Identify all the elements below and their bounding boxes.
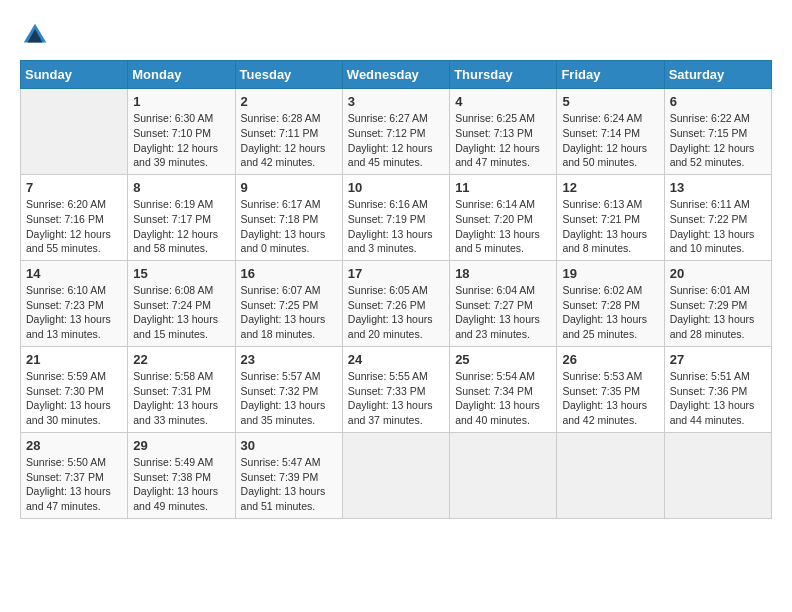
cell-sunset: Sunset: 7:31 PM [133,384,229,399]
cell-daylight: Daylight: 12 hours and 39 minutes. [133,141,229,170]
day-number: 5 [562,93,658,111]
day-number: 24 [348,351,444,369]
calendar-cell: 16Sunrise: 6:07 AMSunset: 7:25 PMDayligh… [235,260,342,346]
day-number: 4 [455,93,551,111]
calendar-cell: 27Sunrise: 5:51 AMSunset: 7:36 PMDayligh… [664,346,771,432]
cell-daylight: Daylight: 13 hours and 15 minutes. [133,312,229,341]
calendar-cell: 19Sunrise: 6:02 AMSunset: 7:28 PMDayligh… [557,260,664,346]
cell-sunset: Sunset: 7:10 PM [133,126,229,141]
cell-daylight: Daylight: 12 hours and 50 minutes. [562,141,658,170]
cell-sunset: Sunset: 7:27 PM [455,298,551,313]
day-number: 10 [348,179,444,197]
cell-sunrise: Sunrise: 6:24 AM [562,111,658,126]
calendar-cell: 9Sunrise: 6:17 AMSunset: 7:18 PMDaylight… [235,174,342,260]
cell-sunrise: Sunrise: 6:30 AM [133,111,229,126]
calendar-week: 14Sunrise: 6:10 AMSunset: 7:23 PMDayligh… [21,260,772,346]
cell-sunset: Sunset: 7:25 PM [241,298,337,313]
weekday-header: Thursday [450,61,557,89]
cell-sunset: Sunset: 7:12 PM [348,126,444,141]
calendar-cell: 12Sunrise: 6:13 AMSunset: 7:21 PMDayligh… [557,174,664,260]
cell-sunrise: Sunrise: 6:07 AM [241,283,337,298]
calendar-cell: 25Sunrise: 5:54 AMSunset: 7:34 PMDayligh… [450,346,557,432]
calendar-cell: 29Sunrise: 5:49 AMSunset: 7:38 PMDayligh… [128,432,235,518]
day-number: 29 [133,437,229,455]
day-number: 2 [241,93,337,111]
cell-sunset: Sunset: 7:13 PM [455,126,551,141]
cell-sunset: Sunset: 7:37 PM [26,470,122,485]
cell-sunset: Sunset: 7:20 PM [455,212,551,227]
day-number: 7 [26,179,122,197]
cell-sunrise: Sunrise: 5:47 AM [241,455,337,470]
cell-daylight: Daylight: 13 hours and 8 minutes. [562,227,658,256]
cell-daylight: Daylight: 13 hours and 5 minutes. [455,227,551,256]
cell-sunrise: Sunrise: 6:01 AM [670,283,766,298]
cell-daylight: Daylight: 13 hours and 10 minutes. [670,227,766,256]
calendar-cell [664,432,771,518]
logo-icon [20,20,50,50]
cell-sunrise: Sunrise: 5:55 AM [348,369,444,384]
day-number: 16 [241,265,337,283]
cell-daylight: Daylight: 13 hours and 28 minutes. [670,312,766,341]
page-header [20,20,772,50]
cell-daylight: Daylight: 13 hours and 13 minutes. [26,312,122,341]
weekday-row: SundayMondayTuesdayWednesdayThursdayFrid… [21,61,772,89]
cell-sunset: Sunset: 7:15 PM [670,126,766,141]
calendar-cell: 30Sunrise: 5:47 AMSunset: 7:39 PMDayligh… [235,432,342,518]
cell-daylight: Daylight: 13 hours and 42 minutes. [562,398,658,427]
day-number: 25 [455,351,551,369]
day-number: 30 [241,437,337,455]
calendar-cell: 14Sunrise: 6:10 AMSunset: 7:23 PMDayligh… [21,260,128,346]
calendar-cell: 8Sunrise: 6:19 AMSunset: 7:17 PMDaylight… [128,174,235,260]
cell-sunset: Sunset: 7:30 PM [26,384,122,399]
day-number: 18 [455,265,551,283]
day-number: 1 [133,93,229,111]
weekday-header: Tuesday [235,61,342,89]
calendar-cell [450,432,557,518]
weekday-header: Friday [557,61,664,89]
calendar-cell: 20Sunrise: 6:01 AMSunset: 7:29 PMDayligh… [664,260,771,346]
cell-sunset: Sunset: 7:19 PM [348,212,444,227]
cell-sunrise: Sunrise: 5:53 AM [562,369,658,384]
cell-sunrise: Sunrise: 5:59 AM [26,369,122,384]
cell-daylight: Daylight: 13 hours and 3 minutes. [348,227,444,256]
day-number: 15 [133,265,229,283]
cell-daylight: Daylight: 12 hours and 52 minutes. [670,141,766,170]
calendar-week: 7Sunrise: 6:20 AMSunset: 7:16 PMDaylight… [21,174,772,260]
cell-sunrise: Sunrise: 5:54 AM [455,369,551,384]
cell-sunset: Sunset: 7:18 PM [241,212,337,227]
cell-daylight: Daylight: 13 hours and 49 minutes. [133,484,229,513]
cell-daylight: Daylight: 13 hours and 30 minutes. [26,398,122,427]
cell-sunrise: Sunrise: 6:04 AM [455,283,551,298]
cell-sunset: Sunset: 7:38 PM [133,470,229,485]
calendar-cell: 18Sunrise: 6:04 AMSunset: 7:27 PMDayligh… [450,260,557,346]
cell-daylight: Daylight: 12 hours and 42 minutes. [241,141,337,170]
day-number: 20 [670,265,766,283]
day-number: 12 [562,179,658,197]
cell-sunset: Sunset: 7:26 PM [348,298,444,313]
cell-sunset: Sunset: 7:35 PM [562,384,658,399]
cell-sunrise: Sunrise: 6:02 AM [562,283,658,298]
day-number: 9 [241,179,337,197]
cell-sunrise: Sunrise: 6:11 AM [670,197,766,212]
day-number: 6 [670,93,766,111]
cell-sunset: Sunset: 7:33 PM [348,384,444,399]
calendar-cell: 23Sunrise: 5:57 AMSunset: 7:32 PMDayligh… [235,346,342,432]
cell-sunrise: Sunrise: 6:14 AM [455,197,551,212]
cell-sunset: Sunset: 7:39 PM [241,470,337,485]
calendar-week: 21Sunrise: 5:59 AMSunset: 7:30 PMDayligh… [21,346,772,432]
calendar-cell: 10Sunrise: 6:16 AMSunset: 7:19 PMDayligh… [342,174,449,260]
cell-sunset: Sunset: 7:36 PM [670,384,766,399]
calendar-week: 28Sunrise: 5:50 AMSunset: 7:37 PMDayligh… [21,432,772,518]
day-number: 27 [670,351,766,369]
calendar-cell: 5Sunrise: 6:24 AMSunset: 7:14 PMDaylight… [557,89,664,175]
calendar-cell [557,432,664,518]
cell-daylight: Daylight: 13 hours and 18 minutes. [241,312,337,341]
cell-sunrise: Sunrise: 5:49 AM [133,455,229,470]
cell-sunrise: Sunrise: 6:10 AM [26,283,122,298]
cell-sunset: Sunset: 7:11 PM [241,126,337,141]
day-number: 23 [241,351,337,369]
calendar-cell: 13Sunrise: 6:11 AMSunset: 7:22 PMDayligh… [664,174,771,260]
day-number: 26 [562,351,658,369]
day-number: 14 [26,265,122,283]
cell-sunrise: Sunrise: 6:20 AM [26,197,122,212]
